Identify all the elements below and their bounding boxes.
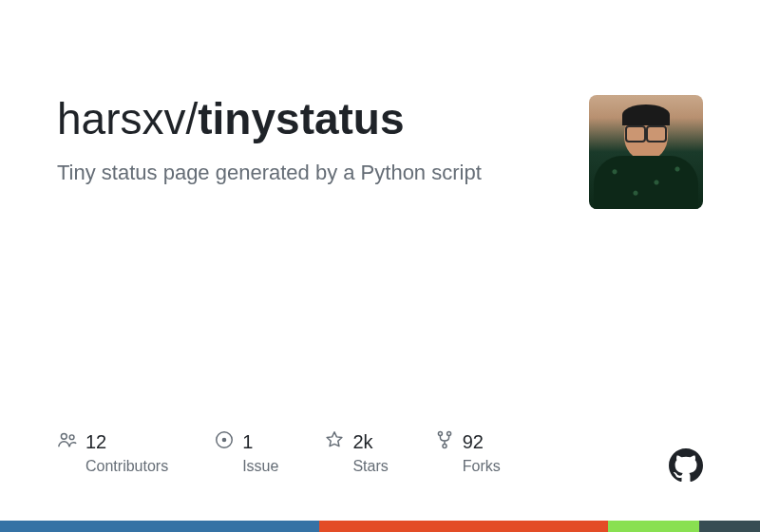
github-logo-icon[interactable] [669, 448, 703, 483]
stars-value: 2k [352, 431, 372, 453]
contributors-label: Contributors [86, 458, 168, 475]
repo-separator: / [185, 94, 198, 143]
repo-title: harsxv/tinystatus [57, 95, 589, 143]
contributors-value: 12 [86, 431, 106, 453]
language-segment [608, 521, 699, 532]
repo-description: Tiny status page generated by a Python s… [57, 161, 589, 185]
language-segment [0, 521, 319, 532]
svg-point-5 [446, 432, 450, 436]
svg-point-0 [61, 433, 66, 439]
repo-owner[interactable]: harsxv [57, 94, 185, 143]
stats-row: 12 Contributors 1 Issue 2k Stars 92 Fork… [57, 429, 703, 475]
issues-label: Issue [242, 458, 278, 475]
fork-icon [434, 429, 455, 454]
svg-point-1 [69, 435, 74, 440]
star-icon [324, 429, 345, 454]
svg-point-3 [222, 438, 227, 443]
forks-value: 92 [463, 431, 484, 453]
stat-stars[interactable]: 2k Stars [324, 429, 388, 475]
stat-forks[interactable]: 92 Forks [434, 429, 501, 475]
svg-point-4 [438, 432, 442, 436]
owner-avatar[interactable] [589, 95, 703, 209]
repo-name[interactable]: tinystatus [198, 94, 404, 143]
language-bar [0, 521, 760, 532]
issues-value: 1 [242, 431, 253, 453]
issue-icon [214, 429, 235, 454]
people-icon [57, 429, 78, 454]
language-segment [319, 521, 608, 532]
language-segment [699, 521, 760, 532]
stat-issues[interactable]: 1 Issue [214, 429, 278, 475]
stars-label: Stars [352, 458, 388, 475]
stat-contributors[interactable]: 12 Contributors [57, 429, 168, 475]
forks-label: Forks [463, 458, 501, 475]
svg-point-6 [443, 444, 446, 447]
